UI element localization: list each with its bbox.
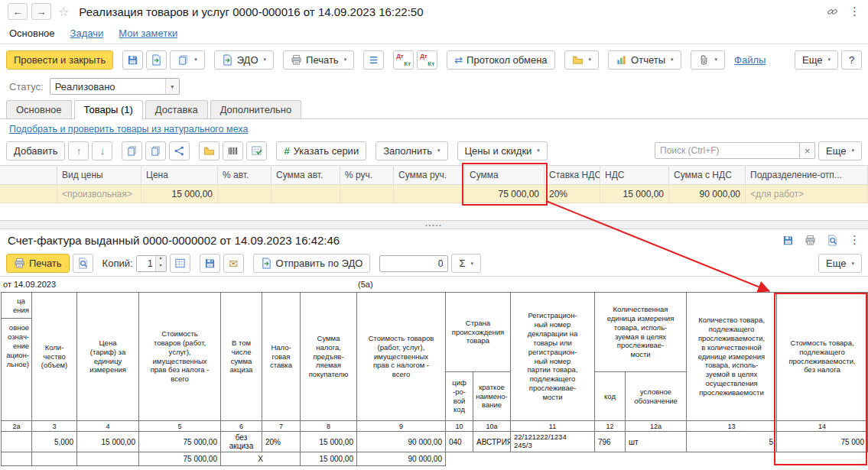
search-input[interactable] (655, 142, 800, 159)
cell-sum-manual[interactable] (394, 185, 465, 203)
move-down-button[interactable]: ↓ (92, 141, 112, 160)
send-email-button[interactable]: ✉ (223, 254, 244, 273)
total-cost-without-tax: 75 000,00 (139, 452, 221, 466)
cell-vat[interactable]: 15 000,00 (600, 185, 669, 203)
cell-sum-auto[interactable] (271, 185, 340, 203)
send-edo-button[interactable]: Отправить по ЭДО (253, 254, 371, 273)
copy-icon (126, 145, 138, 157)
column-header-vat[interactable]: НДС (600, 166, 669, 184)
total-blank-area (446, 452, 868, 466)
help-button[interactable]: ? (841, 50, 862, 70)
col-cost-without-tax: Стоимость товаров (работ, услуг), имущес… (139, 293, 221, 421)
tab-delivery[interactable]: Доставка (145, 100, 208, 118)
col-tax-amount: Сумма налога, предъяв- ляемая покупателю (301, 293, 357, 421)
window-splitter[interactable]: ••••• (0, 220, 868, 229)
column-header-pct-auto[interactable]: % авт. (218, 166, 271, 184)
folder-menu-button[interactable]: ▾ (564, 50, 600, 70)
specify-series-button[interactable]: # Указать серии (276, 141, 366, 160)
exchange-protocol-button[interactable]: ⇄ Протокол обмена (447, 50, 554, 70)
cell-sum[interactable]: 75 000,00 (465, 185, 545, 203)
nav-tasks[interactable]: Задачи (70, 28, 104, 39)
cell-price-kind[interactable]: <произвольная> (57, 185, 141, 203)
create-based-on-button[interactable]: ▾ (170, 50, 205, 70)
tab-goods[interactable]: Товары (1) (74, 100, 143, 119)
cell-2a (2, 432, 32, 452)
caret-icon: ▾ (264, 57, 267, 63)
catalog-button[interactable] (199, 141, 219, 160)
colnum: 12а (626, 421, 687, 432)
cell-sum-with-vat[interactable]: 90 000,00 (669, 185, 746, 203)
save-button[interactable] (122, 50, 143, 70)
barcode-button[interactable] (223, 141, 243, 160)
reports-button[interactable]: Отчеты ▾ (608, 50, 681, 70)
nav-main[interactable]: Основное (9, 28, 55, 39)
save-icon[interactable] (782, 235, 794, 246)
stepper-down-icon[interactable]: ▾ (156, 264, 166, 271)
table-row[interactable]: <произвольная> 15 000,00 75 000,00 20% 1… (0, 185, 868, 203)
column-header-sum-manual[interactable]: Сумма руч. (394, 166, 465, 184)
col-unit-partial-bottom: овное означ- ение ацион- льное) (2, 319, 31, 373)
show-postings-alt-button[interactable]: Дт Кт (417, 50, 437, 70)
cell-pct-auto[interactable] (218, 185, 271, 203)
fur-products-link[interactable]: Подобрать и проверить товары из натураль… (9, 124, 248, 135)
prices-discounts-button[interactable]: Цены и скидки ▾ (457, 141, 548, 160)
link-icon[interactable] (827, 6, 838, 18)
print-button[interactable]: Печать (6, 254, 70, 273)
show-postings-button[interactable]: Дт Кт (393, 50, 414, 70)
column-header-pct-manual[interactable]: % руч. (340, 166, 394, 184)
column-header-department[interactable]: Подразделение-отп... (746, 166, 868, 184)
check-items-button[interactable] (246, 141, 267, 160)
print-menu-button[interactable]: Печать ▾ (283, 50, 354, 70)
column-header-price[interactable]: Цена (141, 166, 218, 184)
cell-pct-manual[interactable] (340, 185, 394, 203)
more-button[interactable]: Еще ▾ (795, 50, 838, 70)
cell-country-name: АВСТРИЯ (473, 432, 511, 452)
column-header-sum[interactable]: Сумма (465, 166, 545, 184)
favorite-star-icon[interactable]: ☆ (58, 5, 69, 19)
forward-button[interactable]: → (31, 3, 51, 20)
add-row-button[interactable]: Добавить (6, 141, 65, 160)
column-header-sum-with-vat[interactable]: Сумма с НДС (669, 166, 746, 184)
files-link[interactable]: Файлы (734, 54, 766, 66)
invoice-more-button[interactable]: Еще ▾ (818, 254, 862, 273)
paste-row-button[interactable] (145, 141, 166, 160)
document-list-button[interactable] (363, 50, 384, 70)
printer-settings-button[interactable] (170, 254, 190, 273)
column-header-vat-rate[interactable]: Ставка НДС (545, 166, 600, 184)
cell-department[interactable]: <для работ> (746, 185, 868, 203)
copies-input[interactable] (137, 256, 155, 271)
stepper-up-icon[interactable]: ▴ (156, 256, 166, 264)
sum-field[interactable] (379, 255, 448, 272)
cell-unit-price: 15 000,00 (77, 432, 139, 452)
tab-main[interactable]: Основное (6, 100, 72, 118)
post-and-close-button[interactable]: Провести и закрыть (6, 50, 113, 70)
clear-search-button[interactable]: × (800, 142, 815, 159)
move-up-button[interactable]: ↑ (68, 141, 89, 160)
more-menu-icon[interactable]: ⋮ (849, 5, 860, 18)
nav-notes[interactable]: Мои заметки (119, 28, 177, 39)
share-button[interactable] (169, 141, 190, 160)
printer-icon[interactable] (805, 235, 816, 246)
items-more-button[interactable]: Еще ▾ (818, 141, 862, 160)
attachments-button[interactable]: ▾ (691, 50, 726, 70)
column-header-price-kind[interactable]: Вид цены (57, 166, 141, 184)
copy-row-button[interactable] (122, 141, 142, 160)
edo-button[interactable]: ЭДО ▾ (214, 50, 274, 70)
fill-button[interactable]: Заполнить ▾ (375, 141, 447, 160)
col-declaration-number: Регистрацион- ный номер декларации на то… (511, 293, 595, 421)
post-document-button[interactable] (146, 50, 167, 70)
tab-additional[interactable]: Дополнительно (210, 100, 302, 118)
cell-vat-rate[interactable]: 20% (545, 185, 600, 203)
column-header-sum-auto[interactable]: Сумма авт. (271, 166, 340, 184)
invoice-totals-row: 75 000,00 X 15 000,00 90 000,00 (2, 452, 868, 466)
back-button[interactable]: ← (8, 3, 28, 20)
more-menu-icon[interactable]: ⋮ (849, 233, 860, 247)
sigma-button[interactable]: Σ ▾ (451, 254, 481, 273)
preview-button[interactable] (73, 254, 93, 273)
preview-icon[interactable] (827, 235, 838, 246)
cell-price[interactable]: 15 000,00 (141, 185, 218, 203)
status-select[interactable]: Реализовано ▾ (50, 78, 180, 95)
save-as-button[interactable] (200, 254, 220, 273)
more-label: Еще (826, 145, 846, 157)
cell-trace-cost: 75 000 (777, 432, 868, 452)
